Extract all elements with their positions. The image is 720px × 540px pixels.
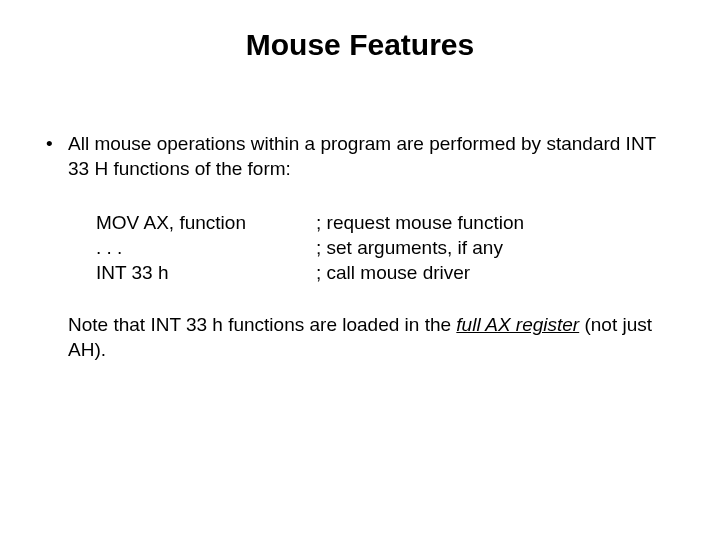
code-row: . . . ; set arguments, if any — [96, 236, 680, 261]
code-block: MOV AX, function ; request mouse functio… — [96, 211, 680, 285]
code-comment: ; set arguments, if any — [316, 236, 680, 261]
page-title: Mouse Features — [40, 28, 680, 62]
code-instruction: . . . — [96, 236, 316, 261]
slide-body: • All mouse operations within a program … — [40, 132, 680, 363]
slide: Mouse Features • All mouse operations wi… — [0, 0, 720, 540]
code-comment: ; call mouse driver — [316, 261, 680, 286]
note-emph: full AX register — [456, 314, 579, 335]
code-row: INT 33 h ; call mouse driver — [96, 261, 680, 286]
bullet-item: • All mouse operations within a program … — [40, 132, 680, 181]
code-row: MOV AX, function ; request mouse functio… — [96, 211, 680, 236]
code-instruction: INT 33 h — [96, 261, 316, 286]
code-instruction: MOV AX, function — [96, 211, 316, 236]
bullet-text: All mouse operations within a program ar… — [68, 133, 656, 179]
bullet-list: • All mouse operations within a program … — [40, 132, 680, 181]
note-text: Note that INT 33 h functions are loaded … — [68, 313, 668, 362]
bullet-glyph: • — [46, 132, 53, 157]
note-pre: Note that INT 33 h functions are loaded … — [68, 314, 456, 335]
code-comment: ; request mouse function — [316, 211, 680, 236]
